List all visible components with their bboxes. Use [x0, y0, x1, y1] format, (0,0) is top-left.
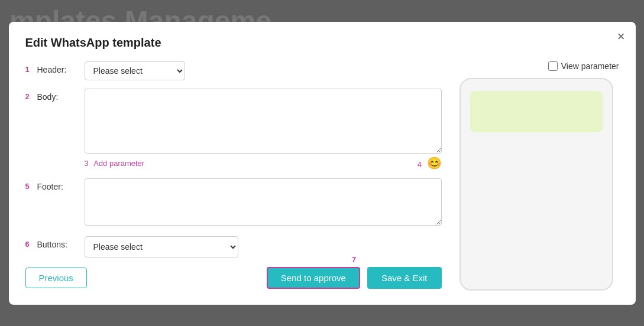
step7-number: 7: [352, 255, 356, 264]
step5-number: 5: [25, 182, 36, 191]
header-select-wrapper: Please select Text Image Video Document: [85, 61, 442, 80]
send-approve-button[interactable]: Send to approve: [267, 267, 360, 289]
close-button[interactable]: ×: [617, 30, 625, 43]
footer-row: 5 Footer:: [25, 178, 442, 228]
preview-panel: View parameter: [454, 61, 619, 291]
save-exit-button[interactable]: Save & Exit: [367, 267, 442, 289]
modal-overlay: × Edit WhatsApp template 1 Header: Pleas…: [0, 0, 644, 326]
header-label: Header:: [37, 65, 79, 74]
emoji-button[interactable]: 😊: [427, 156, 442, 170]
footer-textarea[interactable]: [85, 178, 442, 226]
message-bubble: [470, 91, 603, 132]
previous-button[interactable]: Previous: [25, 268, 87, 288]
body-row: 2 Body: 3 Add parameter 4 😊: [25, 89, 442, 170]
view-param-label: View parameter: [561, 61, 619, 71]
form-section: 1 Header: Please select Text Image Video…: [25, 61, 442, 291]
body-textarea[interactable]: [85, 89, 442, 154]
buttons-row: 6 Buttons: Please select Quick Reply Cal…: [25, 236, 442, 257]
step3-number: 3: [85, 159, 89, 168]
buttons-label: Buttons:: [37, 240, 79, 249]
step2-number: 2: [25, 92, 36, 101]
footer-actions: Previous 7 Send to approve Save & Exit: [25, 267, 442, 289]
phone-mock: [459, 78, 613, 291]
view-param-row: View parameter: [548, 61, 619, 71]
buttons-select[interactable]: Please select Quick Reply Call to Action: [85, 236, 238, 257]
step6-number: 6: [25, 240, 36, 249]
modal-body: 1 Header: Please select Text Image Video…: [25, 61, 619, 291]
body-actions: 3 Add parameter 4 😊: [85, 156, 442, 170]
button-group: 7 Send to approve Save & Exit: [267, 267, 442, 289]
header-select[interactable]: Please select Text Image Video Document: [85, 61, 185, 80]
footer-content: [85, 178, 442, 228]
body-label: Body:: [37, 92, 79, 102]
footer-label: Footer:: [37, 182, 79, 191]
header-row: 1 Header: Please select Text Image Video…: [25, 61, 442, 80]
step1-number: 1: [25, 65, 36, 74]
body-content: 3 Add parameter 4 😊: [85, 89, 442, 170]
buttons-select-wrapper: Please select Quick Reply Call to Action: [85, 236, 442, 257]
modal-title: Edit WhatsApp template: [25, 36, 619, 50]
modal: × Edit WhatsApp template 1 Header: Pleas…: [9, 22, 636, 305]
step4-number: 4: [418, 160, 422, 169]
view-param-checkbox[interactable]: [548, 61, 558, 71]
add-parameter-link[interactable]: Add parameter: [93, 159, 144, 168]
